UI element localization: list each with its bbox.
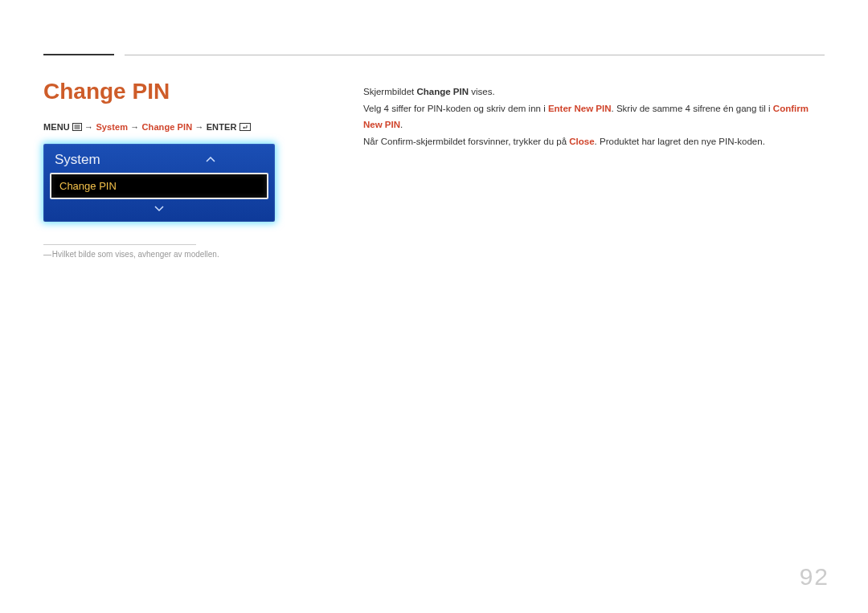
breadcrumb-enter-label: ENTER [207, 122, 237, 132]
footnote-rule [43, 244, 196, 245]
breadcrumb-change-pin: Change PIN [142, 122, 193, 132]
header-rule-short [43, 54, 114, 55]
tv-menu-header: System [43, 144, 275, 173]
body-line3-red: Close [569, 137, 594, 146]
body-line3-pre: Når Confirm-skjermbildet forsvinner, try… [363, 137, 569, 146]
breadcrumb-arrow-2: → [130, 122, 141, 132]
chevron-down-icon[interactable] [43, 202, 275, 217]
body-line-2: Velg 4 siffer for PIN-koden og skriv dem… [363, 100, 820, 133]
body-line1-bold: Change PIN [416, 87, 469, 96]
body-line2-post: . [400, 120, 403, 129]
body-line1-pre: Skjermbildet [363, 87, 416, 96]
breadcrumb: MENU → System → Change PIN → ENTER [43, 122, 276, 133]
breadcrumb-system: System [96, 122, 128, 132]
svg-rect-4 [240, 124, 250, 131]
body-text: Skjermbildet Change PIN vises. Velg 4 si… [363, 84, 820, 150]
page-number: 92 [800, 563, 829, 591]
page-title: Change PIN [43, 79, 276, 104]
left-column: Change PIN MENU → System → Change PIN → … [43, 79, 276, 259]
tv-menu-panel: System Change PIN [43, 144, 275, 222]
body-line-1: Skjermbildet Change PIN vises. [363, 84, 820, 100]
breadcrumb-menu-label: MENU [43, 122, 70, 132]
body-line2-pre: Velg 4 siffer for PIN-koden og skriv dem… [363, 104, 548, 113]
header-rule-long [125, 55, 825, 55]
enter-icon [240, 123, 251, 133]
breadcrumb-arrow-3: → [194, 122, 206, 132]
body-line1-post: vises. [469, 87, 495, 96]
chevron-up-icon[interactable] [206, 155, 264, 165]
breadcrumb-arrow-1: → [84, 122, 96, 132]
body-line2-mid: . Skriv de samme 4 sifrene én gang til i [612, 104, 773, 113]
footnote-text: Hvilket bilde som vises, avhenger av mod… [43, 250, 276, 259]
body-line-3: Når Confirm-skjermbildet forsvinner, try… [363, 133, 820, 150]
body-line3-post: . Produktet har lagret den nye PIN-koden… [595, 137, 765, 146]
body-line2-red1: Enter New PIN [548, 104, 612, 113]
tv-menu-item-change-pin[interactable]: Change PIN [50, 173, 268, 199]
tv-menu-title: System [55, 152, 100, 168]
menu-icon [72, 123, 82, 133]
